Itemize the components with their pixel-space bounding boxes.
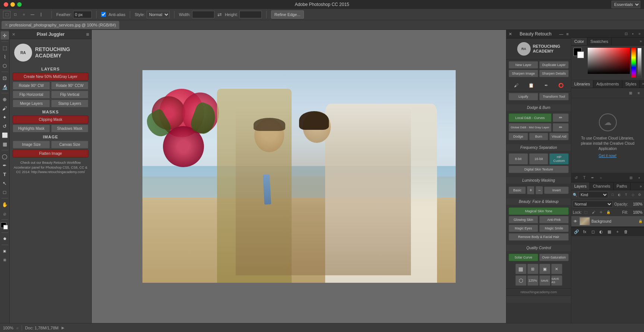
new-layer-button[interactable]: New Layer xyxy=(509,61,538,69)
sharpen-image-button[interactable]: Sharpen Image xyxy=(509,70,538,77)
filter-adj-btn[interactable]: ◐ xyxy=(616,192,622,198)
clone-tool[interactable]: ✦ xyxy=(1,113,9,121)
lib-bottom-icon-1[interactable]: ↺ xyxy=(573,175,579,181)
remove-hair-button[interactable]: Remove Body & Facial Hair xyxy=(509,233,569,241)
filter-smart-btn[interactable]: ⚙ xyxy=(637,192,643,198)
qa-icon-1[interactable]: ▦ xyxy=(515,264,527,274)
move-tool[interactable]: ✛ xyxy=(1,31,9,40)
history-brush-tool[interactable]: ↺ xyxy=(1,122,9,130)
blend-mode-select[interactable]: Normal xyxy=(573,201,613,207)
panel-icon-1[interactable]: ⊡ xyxy=(623,31,629,37)
global-db-edit-button[interactable]: ✏ xyxy=(553,123,569,132)
filter-type-btn[interactable]: T xyxy=(623,192,629,198)
height-input[interactable] xyxy=(239,11,262,18)
pixel-juggler-menu[interactable]: ≡ xyxy=(86,31,89,37)
color-gradient-area[interactable] xyxy=(588,48,630,78)
lasso-tool[interactable]: ⌇ xyxy=(1,53,9,61)
visual-aid-button[interactable]: Visual Aid xyxy=(549,133,569,140)
tab-close-icon[interactable]: ✕ xyxy=(5,23,8,27)
lib-bottom-icon-5[interactable]: ⊞ xyxy=(628,175,634,181)
rotate-ccw-button[interactable]: Rotate 90° CCW xyxy=(51,82,88,90)
full-screen-tool[interactable]: ⊞ xyxy=(1,256,9,264)
local-db-button[interactable]: Local D&B - Curves xyxy=(509,113,552,122)
text-tool[interactable]: T xyxy=(1,170,9,178)
width-input[interactable] xyxy=(192,11,214,18)
qa-icon-2[interactable]: ⊞ xyxy=(527,264,538,274)
color-gradient-box[interactable] xyxy=(588,48,630,74)
layer-mask-btn[interactable]: ◻ xyxy=(589,228,597,235)
shape-tool[interactable]: □ xyxy=(1,188,9,196)
flip-horizontal-button[interactable]: Flip Horizontal xyxy=(13,91,50,98)
beauty-retouch-close[interactable]: ✕ xyxy=(509,32,512,37)
tab-color[interactable]: Color xyxy=(571,38,587,45)
lock-all-btn[interactable]: 🔒 xyxy=(606,210,612,215)
basic-button[interactable]: Basic xyxy=(509,187,526,194)
global-db-button[interactable]: Global D&B - Mid Gray Layer xyxy=(509,123,552,132)
qa-icon-8[interactable]: SAVE AS xyxy=(551,275,562,286)
image-size-button[interactable]: Image Size xyxy=(13,141,50,148)
flip-vertical-button[interactable]: Flip Vertical xyxy=(51,91,88,98)
invert-button[interactable]: Invert xyxy=(544,187,569,194)
zoom-icon[interactable]: ⌕ xyxy=(16,326,19,330)
lib-get-now-link[interactable]: Get it now! xyxy=(599,154,617,158)
solar-curve-button[interactable]: Solar Curve xyxy=(509,254,538,261)
stamp-layers-button[interactable]: Stamp Layers xyxy=(51,100,88,107)
qa-icon-3[interactable]: ▣ xyxy=(539,264,550,274)
liquify-button[interactable]: Liquify xyxy=(509,93,538,100)
color-swatches-area[interactable] xyxy=(1,222,9,231)
path-select-tool[interactable]: ↖ xyxy=(1,179,9,187)
lib-panel-expand[interactable]: » xyxy=(640,80,644,88)
anti-alias-checkbox[interactable] xyxy=(101,12,106,17)
highlights-mask-button[interactable]: Highlights Mask xyxy=(13,125,50,132)
background-layer-item[interactable]: 👁 Background 🔒 xyxy=(571,216,644,227)
pen-tool[interactable]: ✒ xyxy=(1,161,9,169)
refine-edge-button[interactable]: Refine Edge... xyxy=(271,10,304,19)
lib-bottom-icon-3[interactable]: ✒ xyxy=(589,175,596,181)
maximize-button[interactable] xyxy=(17,2,22,7)
layer-fx-btn[interactable]: fx xyxy=(581,228,588,235)
hp-custom-button[interactable]: HP Custom xyxy=(549,153,569,165)
over-saturation-button[interactable]: Over-Saturation xyxy=(539,254,569,261)
qa-icon-4[interactable]: ✕ xyxy=(551,264,562,274)
panel-icon-2[interactable]: ▪ xyxy=(630,31,636,37)
stamp-icon[interactable]: 📋 xyxy=(527,81,535,90)
col-select-icon[interactable]: | xyxy=(37,11,45,18)
lib-bottom-icon-2[interactable]: T xyxy=(581,175,588,181)
layer-adj-btn[interactable]: ◐ xyxy=(597,228,605,235)
filter-pixel-btn[interactable]: □ xyxy=(610,192,616,198)
color-hue-strip[interactable] xyxy=(631,48,636,78)
8bit-button[interactable]: 8-bit xyxy=(509,153,528,165)
doc-info-arrow[interactable]: ▶ xyxy=(62,326,65,330)
tab-swatches[interactable]: Swatches xyxy=(587,38,612,45)
lock-position-btn[interactable]: ✛ xyxy=(598,210,604,215)
gradient-tool[interactable]: ▦ xyxy=(1,140,9,148)
screen-mode-tool[interactable]: ▣ xyxy=(1,247,9,255)
lib-bottom-icon-6[interactable]: ▪ xyxy=(636,175,643,181)
brush-tool[interactable]: 🖌 xyxy=(1,104,9,112)
color-panel-expand[interactable]: » xyxy=(637,38,644,45)
lum-minus-button[interactable]: − xyxy=(535,186,543,194)
heal-tool[interactable]: ⊕ xyxy=(1,95,9,103)
clipping-mask-button[interactable]: Clipping Mask xyxy=(13,116,88,123)
lib-bottom-icon-4[interactable]: ○ xyxy=(597,175,604,181)
layers-expand[interactable]: » xyxy=(637,183,644,190)
sharpen-details-button[interactable]: Sharpen Details xyxy=(539,70,569,77)
quick-select-tool[interactable]: ⬡ xyxy=(1,62,9,70)
pixel-juggler-close[interactable]: ✕ xyxy=(12,32,15,37)
qa-icon-5[interactable]: ⬡ xyxy=(515,275,527,286)
lock-transparent-btn[interactable]: ⬚ xyxy=(583,210,589,215)
tab-layers[interactable]: Layers xyxy=(571,182,590,190)
rect-select-icon[interactable]: □ xyxy=(12,11,19,18)
qa-icon-6[interactable]: 125% xyxy=(527,275,538,286)
16bit-button[interactable]: 16-bit xyxy=(529,153,549,165)
adj-icon-grid[interactable]: ⊞ xyxy=(627,90,634,96)
magic-smile-button[interactable]: Magic Smile xyxy=(539,225,569,232)
local-db-edit-button[interactable]: ✏ xyxy=(553,113,569,122)
anti-pink-button[interactable]: Anti-Pink xyxy=(539,216,569,223)
panel-expand-button[interactable]: » xyxy=(637,31,643,37)
filter-shape-btn[interactable]: ◇ xyxy=(630,192,636,198)
dodge-button[interactable]: Dodge xyxy=(509,133,528,140)
lasso-icon[interactable]: ⭕ xyxy=(557,81,565,90)
glowing-skin-button[interactable]: Glowing Skin xyxy=(509,216,538,223)
style-select[interactable]: Normal xyxy=(147,11,170,18)
